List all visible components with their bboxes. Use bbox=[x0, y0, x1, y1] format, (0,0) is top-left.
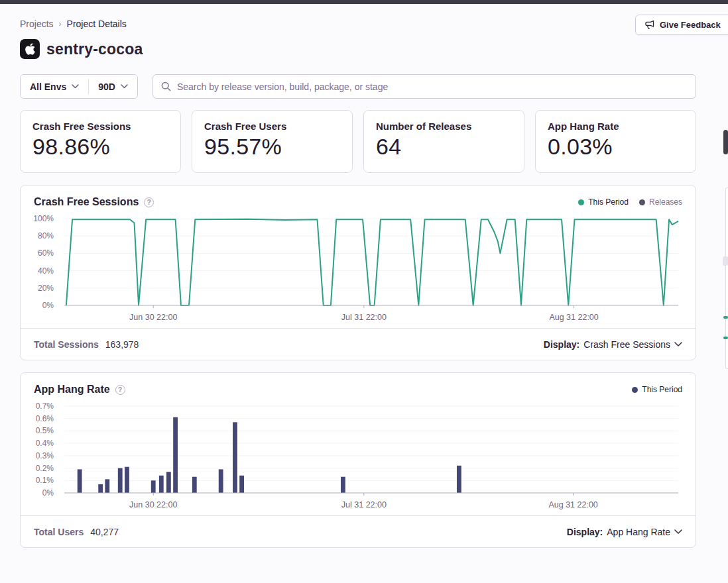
y-tick-label: 100% bbox=[21, 214, 54, 223]
window-top-bar bbox=[0, 0, 728, 4]
panel-title: App Hang Rate bbox=[34, 384, 110, 396]
legend-label: This Period bbox=[588, 197, 629, 207]
search-input[interactable] bbox=[177, 81, 688, 92]
bar-chart-plot bbox=[64, 403, 678, 496]
stat-card-value: 95.57% bbox=[204, 134, 340, 160]
score-card-row: Crash Free Sessions 98.86% Crash Free Us… bbox=[20, 110, 696, 173]
panel-title: Crash Free Sessions bbox=[34, 196, 139, 208]
total-sessions-stat: Total Sessions 163,978 bbox=[34, 339, 139, 350]
cutoff-green-bar bbox=[723, 337, 728, 339]
search-icon bbox=[161, 81, 171, 91]
display-selector[interactable]: Display: Crash Free Sessions bbox=[544, 339, 682, 350]
line-chart-plot bbox=[64, 216, 678, 308]
crash-free-sessions-panel: Crash Free Sessions ? This Period Releas… bbox=[20, 185, 696, 360]
app-hang-rate-chart: 0%0.1%0.2%0.3%0.4%0.5%0.6%0.7% Jun 30 22… bbox=[21, 401, 696, 515]
release-search-box bbox=[152, 74, 696, 99]
breadcrumb-projects-link[interactable]: Projects bbox=[20, 19, 54, 29]
give-feedback-label: Give Feedback bbox=[660, 20, 721, 30]
chart-legend: This Period bbox=[632, 385, 682, 394]
legend-item-this-period[interactable]: This Period bbox=[632, 385, 682, 394]
legend-dot bbox=[632, 387, 638, 393]
cutoff-side-panel bbox=[725, 187, 728, 369]
cutoff-green-bar bbox=[723, 316, 728, 319]
breadcrumb: Projects › Project Details bbox=[20, 19, 696, 29]
x-tick-label: Aug 31 22:00 bbox=[548, 500, 597, 509]
stat-card-value: 0.03% bbox=[548, 134, 684, 160]
x-tick-label: Jul 31 22:00 bbox=[341, 313, 387, 322]
footer-stat-value: 40,277 bbox=[90, 527, 119, 537]
date-range-selector-label: 90D bbox=[98, 81, 115, 92]
x-tick-label: Jun 30 22:00 bbox=[129, 500, 177, 509]
y-tick-label: 0.5% bbox=[21, 426, 54, 435]
y-tick-label: 0% bbox=[21, 301, 54, 310]
stat-card-app-hang-rate: App Hang Rate 0.03% bbox=[535, 110, 696, 173]
display-selector-label: Display: bbox=[567, 527, 603, 537]
date-range-selector[interactable]: 90D bbox=[89, 75, 137, 98]
cutoff-gray-element bbox=[723, 256, 728, 266]
y-tick-label: 40% bbox=[21, 266, 54, 276]
x-tick-label: Jun 30 22:00 bbox=[129, 313, 177, 322]
help-icon[interactable]: ? bbox=[144, 197, 154, 207]
y-tick-label: 0.2% bbox=[21, 464, 54, 473]
breadcrumb-separator-icon: › bbox=[59, 19, 62, 28]
y-tick-label: 0% bbox=[21, 488, 54, 498]
chevron-down-icon bbox=[72, 84, 79, 89]
chart-legend: This Period Releases bbox=[578, 197, 682, 207]
stat-card-label: Number of Releases bbox=[376, 121, 512, 132]
y-axis-labels: 0%0.1%0.2%0.3%0.4%0.5%0.6%0.7% bbox=[21, 406, 59, 496]
stat-card-label: Crash Free Sessions bbox=[32, 121, 168, 132]
y-tick-label: 0.4% bbox=[21, 439, 54, 448]
legend-label: This Period bbox=[642, 385, 682, 394]
stat-card-label: App Hang Rate bbox=[548, 121, 684, 132]
y-axis-labels: 0%20%40%60%80%100% bbox=[21, 219, 59, 308]
x-axis-labels: Jun 30 22:00Jul 31 22:00Aug 31 22:00 bbox=[64, 308, 678, 324]
y-tick-label: 0.3% bbox=[21, 451, 54, 460]
stat-card-crash-free-sessions: Crash Free Sessions 98.86% bbox=[20, 110, 181, 173]
help-icon[interactable]: ? bbox=[115, 385, 125, 395]
crash-free-sessions-chart: 0%20%40%60%80%100% Jun 30 22:00Jul 31 22… bbox=[21, 213, 696, 328]
environment-selector-label: All Envs bbox=[30, 81, 66, 92]
chevron-down-icon bbox=[121, 84, 128, 89]
chevron-down-icon bbox=[674, 529, 682, 535]
give-feedback-button[interactable]: Give Feedback bbox=[635, 15, 728, 35]
y-tick-label: 0.1% bbox=[21, 476, 54, 485]
y-tick-label: 60% bbox=[21, 248, 54, 258]
total-users-stat: Total Users 40,277 bbox=[34, 527, 119, 537]
footer-stat-value: 163,978 bbox=[105, 339, 139, 350]
display-selector[interactable]: Display: App Hang Rate bbox=[567, 527, 682, 537]
breadcrumb-current: Project Details bbox=[67, 19, 127, 29]
y-tick-label: 80% bbox=[21, 231, 54, 240]
apple-platform-icon bbox=[20, 39, 40, 59]
footer-stat-label: Total Sessions bbox=[34, 339, 99, 350]
stat-card-number-of-releases: Number of Releases 64 bbox=[363, 110, 524, 173]
footer-stat-label: Total Users bbox=[34, 527, 84, 537]
stat-card-value: 98.86% bbox=[32, 134, 168, 160]
app-hang-rate-panel: App Hang Rate ? This Period 0%0.1%0.2%0.… bbox=[20, 372, 696, 548]
megaphone-icon bbox=[644, 20, 655, 30]
scrollbar-thumb[interactable] bbox=[723, 130, 728, 154]
legend-item-releases[interactable]: Releases bbox=[639, 197, 682, 207]
project-title-row: sentry-cocoa bbox=[20, 39, 696, 59]
y-tick-label: 0.6% bbox=[21, 414, 54, 423]
legend-label: Releases bbox=[649, 197, 682, 207]
legend-item-this-period[interactable]: This Period bbox=[578, 197, 629, 207]
chevron-down-icon bbox=[674, 342, 682, 347]
page-title: sentry-cocoa bbox=[46, 40, 143, 58]
legend-dot bbox=[578, 199, 584, 205]
display-selector-value: App Hang Rate bbox=[607, 527, 670, 537]
display-selector-label: Display: bbox=[544, 339, 579, 350]
y-tick-label: 0.7% bbox=[21, 401, 54, 411]
x-tick-label: Aug 31 22:00 bbox=[549, 313, 598, 322]
stat-card-crash-free-users: Crash Free Users 95.57% bbox=[192, 110, 353, 173]
page-filter-bar: All Envs 90D bbox=[20, 74, 138, 99]
stat-card-value: 64 bbox=[376, 134, 512, 160]
stat-card-label: Crash Free Users bbox=[204, 121, 340, 132]
environment-selector[interactable]: All Envs bbox=[21, 75, 88, 98]
y-tick-label: 20% bbox=[21, 284, 54, 293]
x-tick-label: Jul 31 22:00 bbox=[341, 500, 387, 509]
display-selector-value: Crash Free Sessions bbox=[583, 339, 670, 350]
filter-row: All Envs 90D bbox=[20, 74, 696, 99]
x-axis-labels: Jun 30 22:00Jul 31 22:00Aug 31 22:00 bbox=[64, 496, 678, 511]
legend-dot bbox=[639, 199, 645, 205]
